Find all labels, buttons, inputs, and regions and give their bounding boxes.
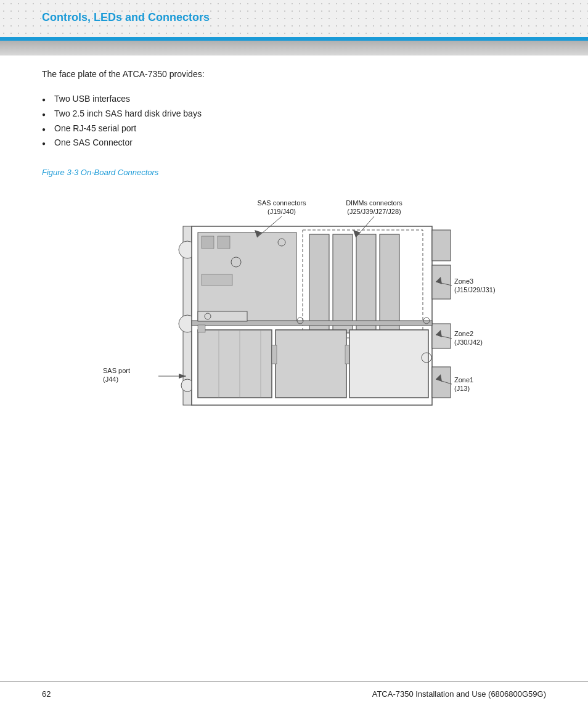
- right-connector-top: [432, 230, 451, 261]
- footer-doc-title: ATCA-7350 Installation and Use (6806800G…: [372, 689, 546, 699]
- list-item: One SAS Connector: [42, 136, 546, 150]
- small-section-left: [198, 311, 247, 321]
- list-item: Two 2.5 inch SAS hard disk drive bays: [42, 107, 546, 121]
- intro-paragraph: The face plate of the ATCA-7350 provides…: [42, 68, 546, 81]
- list-item: One RJ-45 serial port: [42, 121, 546, 136]
- drive-bay-2: [276, 330, 346, 398]
- board-diagram: SAS connectors (J19/J40) DIMMs connector…: [84, 188, 504, 435]
- dimm-slot-4: [380, 234, 399, 333]
- dimm-slot-1: [309, 234, 329, 333]
- diagram-container: SAS connectors (J19/J40) DIMMs connector…: [42, 188, 546, 435]
- right-connector-zone1: [432, 367, 451, 398]
- zone1-sub-label: (J13): [454, 385, 470, 392]
- list-item: Two USB interfaces: [42, 92, 546, 107]
- zone2-sub-label: (J30/J42): [454, 339, 483, 346]
- sas-port-sub-label: (J44): [103, 376, 118, 383]
- bottom-right-area: [349, 330, 428, 398]
- dimms-connectors-label: DIMMs connectors: [346, 199, 402, 207]
- zone1-label: Zone1: [454, 376, 473, 384]
- zone3-sub-label: (J15/J29/J31): [454, 286, 496, 293]
- zone3-label: Zone3: [454, 277, 473, 285]
- header-background: [0, 0, 588, 55]
- sas-connectors-label: SAS connectors: [258, 199, 306, 207]
- sub-component-1: [202, 236, 214, 248]
- dimm-slot-2: [333, 234, 353, 333]
- dimms-connectors-sub-label: (J25/J39/J27/J28): [347, 208, 401, 215]
- sub-component-2: [218, 236, 230, 248]
- zone2-label: Zone2: [454, 330, 473, 337]
- footer-page-number: 62: [42, 689, 51, 699]
- features-list: Two USB interfaces Two 2.5 inch SAS hard…: [42, 92, 546, 150]
- sas-port-label: SAS port: [103, 367, 130, 374]
- main-content: The face plate of the ATCA-7350 provides…: [42, 68, 546, 435]
- drive-connector-left: [272, 345, 277, 364]
- sub-rect-1: [202, 274, 232, 285]
- small-sq1: [198, 325, 205, 332]
- header-gray-bar: [0, 41, 588, 55]
- footer: 62 ATCA-7350 Installation and Use (68068…: [0, 681, 588, 706]
- sas-connectors-sub-label: (J19/J40): [267, 208, 296, 215]
- page-title: Controls, LEDs and Connectors: [42, 11, 210, 24]
- dimm-slot-3: [356, 234, 376, 333]
- figure-caption: Figure 3-3 On-Board Connectors: [42, 168, 546, 177]
